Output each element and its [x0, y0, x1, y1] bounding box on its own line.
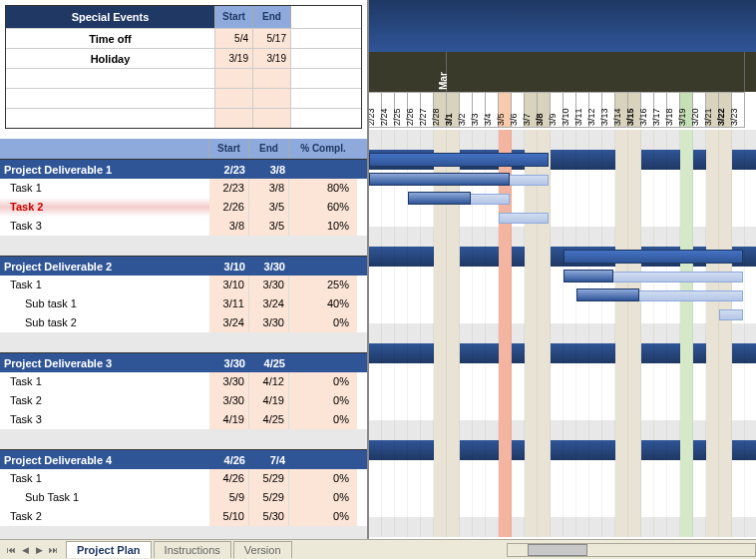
- task-row[interactable]: Task 1 3/30 4/12 0%: [0, 372, 367, 391]
- task-start[interactable]: 3/30: [209, 372, 249, 391]
- special-event-row[interactable]: Holiday 3/19 3/19: [6, 48, 361, 68]
- task-compl[interactable]: 40%: [289, 294, 357, 313]
- task-end[interactable]: 3/5: [249, 217, 289, 236]
- task-name[interactable]: Task 1: [0, 179, 209, 198]
- task-start[interactable]: 4/19: [209, 410, 249, 429]
- col-start: Start: [209, 139, 249, 159]
- task-name[interactable]: Task 1: [0, 276, 209, 294]
- task-end[interactable]: 5/29: [249, 469, 289, 488]
- task-end[interactable]: 4/12: [249, 372, 289, 391]
- horizontal-scrollbar[interactable]: [507, 541, 756, 559]
- deliverable-header[interactable]: Project Deliverable 44/267/4: [0, 449, 367, 469]
- task-end[interactable]: 4/19: [249, 391, 289, 410]
- task-end[interactable]: 3/30: [249, 276, 289, 294]
- special-event-row[interactable]: [6, 68, 361, 88]
- event-start[interactable]: [215, 69, 253, 88]
- task-start[interactable]: 3/10: [209, 276, 249, 294]
- tab-project-plan[interactable]: Project Plan: [66, 541, 152, 558]
- task-start[interactable]: 2/23: [209, 179, 249, 198]
- task-name[interactable]: Task 2: [0, 391, 209, 410]
- task-compl[interactable]: 0%: [289, 391, 357, 410]
- task-compl[interactable]: 10%: [289, 217, 357, 236]
- tab-instructions[interactable]: Instructions: [154, 541, 231, 558]
- event-end[interactable]: [253, 69, 291, 88]
- task-compl[interactable]: 0%: [289, 488, 357, 507]
- date-cell[interactable]: 3/23: [732, 92, 745, 128]
- tab-last-icon[interactable]: ⏭: [46, 543, 60, 557]
- task-name[interactable]: Task 2: [0, 507, 209, 526]
- tab-next-icon[interactable]: ▶: [32, 543, 46, 557]
- tab-prev-icon[interactable]: ◀: [18, 543, 32, 557]
- task-end[interactable]: 3/24: [249, 294, 289, 313]
- tab-first-icon[interactable]: ⏮: [4, 543, 18, 557]
- task-compl[interactable]: 60%: [289, 198, 357, 217]
- gantt-banner: [369, 0, 756, 52]
- task-end[interactable]: 3/30: [249, 313, 289, 332]
- task-start[interactable]: 3/24: [209, 313, 249, 332]
- event-end[interactable]: [253, 109, 291, 128]
- event-name[interactable]: [6, 69, 215, 88]
- task-name[interactable]: Sub Task 1: [0, 488, 209, 507]
- event-name[interactable]: Holiday: [6, 49, 215, 68]
- task-start[interactable]: 5/10: [209, 507, 249, 526]
- task-name[interactable]: Task 2: [0, 198, 209, 217]
- task-end[interactable]: 5/30: [249, 507, 289, 526]
- task-start[interactable]: 3/8: [209, 217, 249, 236]
- task-row[interactable]: Task 1 4/26 5/29 0%: [0, 469, 367, 488]
- event-name[interactable]: [6, 109, 215, 128]
- special-event-row[interactable]: Time off 5/4 5/17: [6, 28, 361, 48]
- event-end[interactable]: 5/17: [253, 29, 291, 48]
- task-row[interactable]: Task 2 5/10 5/30 0%: [0, 507, 367, 526]
- event-start[interactable]: 5/4: [215, 29, 253, 48]
- task-row[interactable]: Sub Task 1 5/9 5/29 0%: [0, 488, 367, 507]
- task-end[interactable]: 3/8: [249, 179, 289, 198]
- task-name[interactable]: Sub task 2: [0, 313, 209, 332]
- task-end[interactable]: 4/25: [249, 410, 289, 429]
- task-row[interactable]: Task 3 3/8 3/5 10%: [0, 217, 367, 236]
- task-row[interactable]: Task 1 3/10 3/30 25%: [0, 276, 367, 294]
- event-end[interactable]: [253, 89, 291, 108]
- event-name[interactable]: [6, 89, 215, 108]
- task-name[interactable]: Task 3: [0, 410, 209, 429]
- task-compl[interactable]: 25%: [289, 276, 357, 294]
- task-end[interactable]: 5/29: [249, 488, 289, 507]
- task-start[interactable]: 3/30: [209, 391, 249, 410]
- gantt-body[interactable]: [369, 130, 756, 539]
- task-row[interactable]: Task 2 2/26 3/5 60%: [0, 198, 367, 217]
- gantt-row: [369, 208, 756, 227]
- special-event-row[interactable]: [6, 108, 361, 128]
- event-start[interactable]: 3/19: [215, 49, 253, 68]
- task-name[interactable]: Task 1: [0, 469, 209, 488]
- tab-version[interactable]: Version: [233, 541, 292, 558]
- task-row[interactable]: Task 1 2/23 3/8 80%: [0, 179, 367, 198]
- gantt-panel[interactable]: FebMar 2/232/242/252/262/272/283/13/23/3…: [369, 0, 756, 539]
- gantt-row: [369, 517, 756, 537]
- task-start[interactable]: 3/11: [209, 294, 249, 313]
- task-compl[interactable]: 80%: [289, 179, 357, 198]
- task-compl[interactable]: 0%: [289, 469, 357, 488]
- task-start[interactable]: 2/26: [209, 198, 249, 217]
- gantt-row: [369, 323, 756, 343]
- task-name[interactable]: Sub task 1: [0, 294, 209, 313]
- task-row[interactable]: Sub task 2 3/24 3/30 0%: [0, 313, 367, 332]
- task-row[interactable]: Task 2 3/30 4/19 0%: [0, 391, 367, 410]
- task-start[interactable]: 5/9: [209, 488, 249, 507]
- event-start[interactable]: [215, 109, 253, 128]
- task-compl[interactable]: 0%: [289, 507, 357, 526]
- task-compl[interactable]: 0%: [289, 372, 357, 391]
- task-compl[interactable]: 0%: [289, 410, 357, 429]
- deliverable-header[interactable]: Project Deliverable 12/233/8: [0, 159, 367, 179]
- deliverable-header[interactable]: Project Deliverable 23/103/30: [0, 256, 367, 276]
- deliverable-header[interactable]: Project Deliverable 33/304/25: [0, 352, 367, 372]
- task-compl[interactable]: 0%: [289, 313, 357, 332]
- task-row[interactable]: Sub task 1 3/11 3/24 40%: [0, 294, 367, 313]
- task-end[interactable]: 3/5: [249, 198, 289, 217]
- task-name[interactable]: Task 3: [0, 217, 209, 236]
- task-row[interactable]: Task 3 4/19 4/25 0%: [0, 410, 367, 429]
- task-name[interactable]: Task 1: [0, 372, 209, 391]
- task-start[interactable]: 4/26: [209, 469, 249, 488]
- event-name[interactable]: Time off: [6, 29, 215, 48]
- special-event-row[interactable]: [6, 88, 361, 108]
- event-end[interactable]: 3/19: [253, 49, 291, 68]
- event-start[interactable]: [215, 89, 253, 108]
